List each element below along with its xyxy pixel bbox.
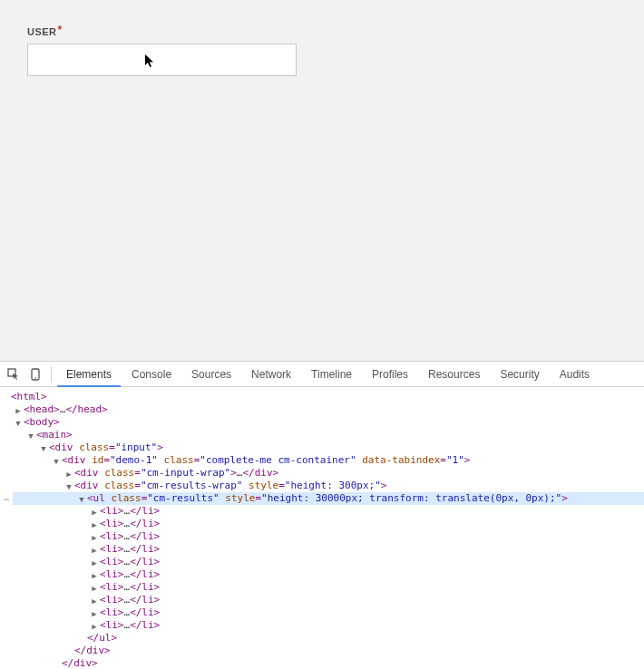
disclosure-triangle-icon[interactable]: ▶ [90,595,99,607]
devtools-toolbar: ElementsConsoleSourcesNetworkTimelinePro… [0,362,644,387]
dom-node[interactable]: </div> [74,645,111,656]
tab-resources[interactable]: Resources [419,362,489,387]
dom-node[interactable]: <li>…</li> [100,594,160,606]
dom-node[interactable]: <li>…</li> [100,619,160,631]
user-label: USER* [27,25,62,38]
disclosure-triangle-icon[interactable]: ▶ [90,531,99,544]
disclosure-triangle-icon[interactable]: ▼ [64,480,73,493]
dom-node[interactable]: <li>…</li> [100,518,160,529]
tab-sources[interactable]: Sources [182,362,240,387]
required-asterisk: * [58,24,63,36]
disclosure-triangle-icon[interactable]: ▼ [39,442,48,455]
disclosure-triangle-icon[interactable]: ▶ [14,404,23,417]
dom-node[interactable]: <head> [24,403,60,415]
tab-security[interactable]: Security [491,362,548,387]
elements-tree[interactable]: <html> ▶<head>…</head> ▼<body> ▼<main> ▼… [0,387,644,669]
tab-elements[interactable]: Elements [57,362,121,387]
dom-node[interactable]: <ul class="cm-results" style="height: 30… [87,492,568,504]
svg-point-2 [34,377,36,379]
disclosure-triangle-icon[interactable]: ▼ [14,417,23,430]
disclosure-triangle-icon[interactable]: ▼ [26,430,35,442]
disclosure-triangle-icon[interactable]: ▶ [90,506,99,519]
toolbar-divider [51,366,52,383]
dom-node[interactable]: </div> [62,657,98,669]
tab-profiles[interactable]: Profiles [363,362,417,387]
app-content: USER* [0,0,644,361]
dom-node[interactable]: <li>…</li> [100,568,160,580]
user-label-text: USER [27,26,57,37]
dom-node[interactable]: <main> [36,429,73,441]
dom-node[interactable]: <li>…</li> [100,581,160,593]
disclosure-triangle-icon[interactable]: ▶ [90,557,99,569]
disclosure-triangle-icon[interactable]: ▶ [90,607,99,620]
disclosure-triangle-icon[interactable]: ▶ [90,620,99,633]
disclosure-triangle-icon[interactable]: ▼ [52,455,61,468]
devtools-panel: ElementsConsoleSourcesNetworkTimelinePro… [0,361,644,669]
dom-node[interactable]: <html> [11,391,47,402]
disclosure-triangle-icon[interactable]: ▶ [90,582,99,595]
inspect-element-icon[interactable] [4,364,24,384]
disclosure-triangle-icon[interactable]: ▶ [90,519,99,531]
tab-timeline[interactable]: Timeline [302,362,361,387]
dom-node[interactable]: <li>…</li> [100,505,160,517]
disclosure-triangle-icon[interactable]: ▶ [90,569,99,582]
dom-node[interactable]: <div class="cm-results-wrap" style="heig… [74,480,386,491]
breadcrumb-gutter: … [0,492,13,505]
disclosure-triangle-icon[interactable]: ▶ [64,468,73,480]
tab-network[interactable]: Network [242,362,300,387]
tab-audits[interactable]: Audits [551,362,599,387]
dom-node[interactable]: <body> [24,416,60,428]
dom-node[interactable]: <li>…</li> [100,606,160,618]
dom-node[interactable]: <div class="cm-input-wrap">…</div> [74,467,278,479]
dom-node[interactable]: <li>…</li> [100,556,160,567]
dom-node[interactable]: <li>…</li> [100,543,160,555]
tab-console[interactable]: Console [122,362,181,387]
dom-node[interactable]: <div class="input"> [49,441,163,453]
dom-node[interactable]: <div id="demo-1" class="complete-me cm-c… [62,454,470,466]
dom-node[interactable]: <li>…</li> [100,530,160,542]
device-toolbar-icon[interactable] [25,364,45,384]
disclosure-triangle-icon[interactable]: ▶ [90,544,99,557]
user-input[interactable] [27,44,297,76]
dom-node[interactable]: </ul> [87,632,117,644]
disclosure-triangle-icon[interactable]: ▼ [77,493,86,506]
